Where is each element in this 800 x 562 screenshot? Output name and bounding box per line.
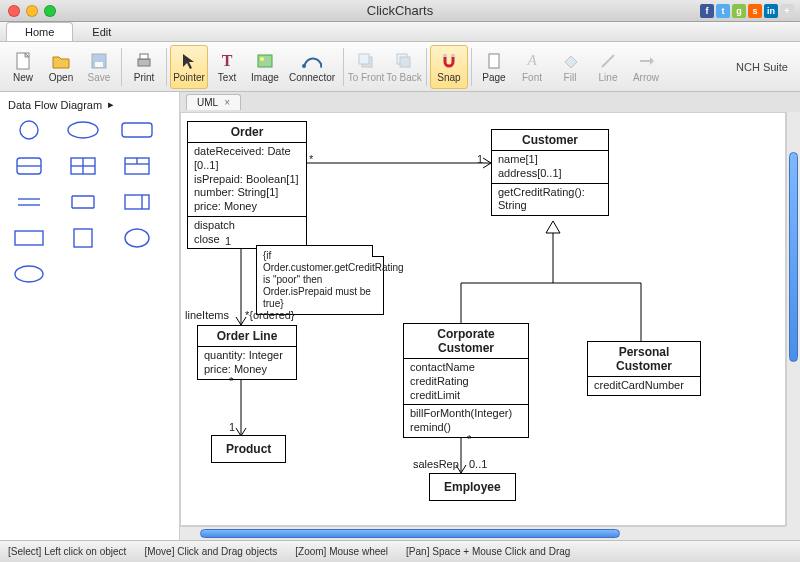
arrow-button: Arrow [627,45,665,89]
canvas-area: UML× [180,92,800,540]
tofront-icon [356,51,376,71]
save-icon [89,51,109,71]
uml-class-product[interactable]: Product [211,435,286,463]
uml-class-employee[interactable]: Employee [429,473,516,501]
svg-point-38 [125,229,149,247]
shape-openrect[interactable] [62,189,104,215]
svg-rect-5 [140,54,148,59]
toback-button: To Back [385,45,423,89]
open-icon [51,51,71,71]
tab-edit[interactable]: Edit [73,22,130,41]
shape-ellipse[interactable] [62,117,104,143]
shape-twolines[interactable] [8,189,50,215]
social-icon[interactable]: g [732,4,746,18]
line-icon [598,51,618,71]
social-icon[interactable]: t [716,4,730,18]
shape-rect[interactable] [8,225,50,251]
print-button[interactable]: Print [125,45,163,89]
text-button[interactable]: TText [208,45,246,89]
svg-point-8 [260,57,264,61]
shape-rightbar[interactable] [116,189,158,215]
chevron-right-icon: ▸ [108,98,114,111]
fill-button: Fill [551,45,589,89]
uml-class-order[interactable]: Order dateReceived: Date [0..1]isPrepaid… [187,121,307,249]
svg-rect-12 [359,54,369,64]
open-button[interactable]: Open [42,45,80,89]
svg-point-21 [20,121,38,139]
font-icon: A [522,51,542,71]
uml-class-customer[interactable]: Customer name[1]address[0..1] getCreditR… [491,129,609,216]
titlebar: ClickCharts ftgsin+ [0,0,800,22]
shape-ellipse2[interactable] [116,225,158,251]
svg-line-18 [602,55,614,67]
uml-order-ops: dispatchclose [188,217,306,249]
svg-rect-16 [451,54,455,57]
pointer-button[interactable]: Pointer [170,45,208,89]
text-icon: T [217,51,237,71]
social-icon[interactable]: in [764,4,778,18]
svg-point-22 [68,122,98,138]
svg-rect-4 [138,59,150,66]
vertical-scrollbar[interactable] [786,112,800,526]
uml-class-corporate[interactable]: Corporate Customer contactNamecreditRati… [403,323,529,438]
uml-class-orderline[interactable]: Order Line quantity: Integerprice: Money [197,325,297,380]
menu-tabs: Home Edit [0,22,800,42]
save-button: Save [80,45,118,89]
social-icon[interactable]: s [748,4,762,18]
status-bar: [Select] Left click on object [Move] Cli… [0,540,800,562]
shape-halfsplit[interactable] [8,153,50,179]
image-icon [255,51,275,71]
svg-marker-43 [546,221,560,233]
connector-button[interactable]: Connector [284,45,340,89]
status-zoom: [Zoom] Mouse wheel [295,546,388,557]
horizontal-scrollbar[interactable] [180,526,786,540]
shape-toprow[interactable] [116,153,158,179]
svg-rect-15 [443,54,447,57]
social-links: ftgsin+ [700,4,794,18]
social-icon[interactable]: + [780,4,794,18]
svg-rect-37 [74,229,92,247]
shape-grid4[interactable] [62,153,104,179]
arrow-icon [636,51,656,71]
svg-point-9 [302,64,306,68]
shape-oval[interactable] [8,261,50,287]
uml-order-attrs: dateReceived: Date [0..1]isPrepaid: Bool… [188,143,306,217]
shape-roundrect[interactable] [116,117,158,143]
snap-icon [439,51,459,71]
status-select: [Select] Left click on object [8,546,126,557]
new-icon [13,51,33,71]
ribbon-toolbar: New Open Save Print Pointer TText Image … [0,42,800,92]
print-icon [134,51,154,71]
page-icon [484,51,504,71]
line-button: Line [589,45,627,89]
shape-circle[interactable] [8,117,50,143]
font-button: AFont [513,45,551,89]
new-button[interactable]: New [4,45,42,89]
uml-note[interactable]: {if Order.customer.getCreditRating is "p… [256,245,384,315]
close-tab-icon[interactable]: × [224,97,230,108]
document-tab[interactable]: UML× [186,94,241,110]
page-button[interactable]: Page [475,45,513,89]
pointer-icon [179,51,199,71]
svg-point-39 [15,266,43,282]
snap-button[interactable]: Snap [430,45,468,89]
svg-rect-7 [258,55,272,67]
shape-square[interactable] [62,225,104,251]
svg-rect-17 [489,54,499,68]
shapes-panel-title[interactable]: Data Flow Diagram ▸ [8,98,171,111]
svg-marker-20 [650,57,654,65]
svg-rect-3 [95,62,103,67]
app-title: ClickCharts [0,3,800,18]
canvas[interactable]: Order dateReceived: Date [0..1]isPrepaid… [180,112,786,526]
nch-suite-link[interactable]: NCH Suite [736,61,796,73]
status-move: [Move] Click and Drag objects [144,546,277,557]
status-pan: [Pan] Space + Mouse Click and Drag [406,546,570,557]
social-icon[interactable]: f [700,4,714,18]
svg-rect-36 [15,231,43,245]
svg-rect-14 [400,57,410,67]
svg-rect-34 [125,195,149,209]
uml-class-personal[interactable]: Personal Customer creditCardNumber [587,341,701,396]
tofront-button: To Front [347,45,385,89]
image-button[interactable]: Image [246,45,284,89]
tab-home[interactable]: Home [6,22,73,41]
